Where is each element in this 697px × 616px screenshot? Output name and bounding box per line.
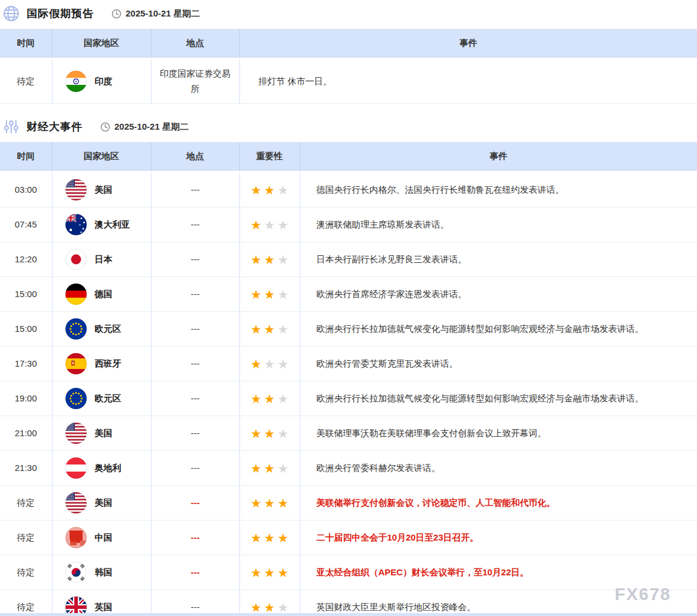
event-cell: 日本央行副行长冰见野良三发表讲话。	[300, 242, 697, 277]
table-row: 19:00欧元区---★★★欧洲央行行长拉加德就气候变化与能源转型如何影响宏观经…	[0, 381, 697, 416]
section-date-events: 2025-10-21 星期二	[114, 121, 189, 133]
table-row: 待定美国---★★★美联储举行支付创新会议，讨论稳定币、人工智能和代币化。	[0, 486, 697, 521]
flag-cn-icon	[65, 527, 87, 548]
events-table: 时间国家地区地点重要性事件 03:00美国---★★★德国央行行长内格尔、法国央…	[0, 142, 697, 616]
country-cell: 西班牙	[52, 347, 151, 381]
country-cell: 中国	[52, 521, 151, 555]
country-cell: 欧元区	[52, 381, 151, 416]
column-header: 地点	[151, 142, 239, 172]
time-cell: 21:30	[0, 451, 52, 486]
globe-icon	[3, 5, 19, 22]
event-cell: 欧洲央行行长拉加德就气候变化与能源转型如何影响宏观经济与金融市场发表讲话。	[300, 312, 697, 347]
star-icon: ★	[251, 288, 262, 301]
star-icon: ★	[264, 288, 275, 301]
location-cell: ---	[151, 207, 239, 242]
table-header-row: 时间国家地区地点事件	[0, 29, 697, 59]
event-cell: 英国财政大臣里夫斯举行地区投资峰会。	[300, 590, 697, 616]
star-icon: ★	[264, 218, 275, 232]
importance-cell: ★★★	[239, 451, 300, 486]
star-icon: ★	[277, 601, 288, 614]
country-name: 西班牙	[95, 356, 121, 371]
location-cell: ---	[151, 312, 239, 347]
event-cell: 美联储理事沃勒在美联储理事会支付创新会议上致开幕词。	[300, 416, 697, 451]
country-name: 德国	[95, 286, 113, 302]
holiday-section-header: 国际假期预告 2025-10-21 星期二	[0, 0, 697, 25]
column-header: 事件	[239, 29, 697, 59]
table-row: 07:45澳大利亚---★★★澳洲联储助理主席琼斯发表讲话。	[0, 207, 697, 242]
event-cell: 亚太经合组织（APEC）财长会议举行，至10月22日。	[300, 555, 697, 590]
event-cell: 排灯节 休市一日。	[239, 59, 697, 104]
column-header: 重要性	[239, 142, 300, 172]
star-icon: ★	[264, 392, 275, 406]
country-cell: 印度	[52, 59, 151, 104]
location-cell: ---	[151, 486, 239, 521]
flag-eu-icon	[65, 388, 87, 409]
location-cell: ---	[151, 416, 239, 451]
location-cell: ---	[151, 451, 239, 486]
star-icon: ★	[251, 322, 262, 336]
star-icon: ★	[264, 462, 275, 475]
event-cell: 欧洲央行管委科赫尔发表讲话。	[300, 451, 697, 486]
country-name: 日本	[95, 252, 113, 267]
importance-cell: ★★★	[239, 172, 300, 207]
country-name: 中国	[95, 530, 113, 545]
flag-jp-icon	[65, 249, 87, 270]
location-cell: ---	[151, 172, 239, 207]
star-icon: ★	[277, 427, 288, 440]
star-icon: ★	[264, 531, 275, 545]
time-cell: 21:00	[0, 416, 52, 451]
section-title-holiday: 国际假期预告	[27, 6, 94, 21]
table-row: 21:30奥地利---★★★欧洲央行管委科赫尔发表讲话。	[0, 451, 697, 486]
country-name: 印度	[95, 74, 113, 89]
importance-cell: ★★★	[239, 277, 300, 312]
country-cell: 英国	[52, 590, 151, 616]
time-cell: 15:00	[0, 277, 52, 312]
country-cell: 美国	[52, 172, 151, 207]
star-icon: ★	[277, 288, 288, 301]
time-cell: 15:00	[0, 312, 52, 347]
clock-icon	[100, 122, 110, 132]
star-icon: ★	[264, 357, 275, 371]
star-icon: ★	[264, 322, 275, 336]
star-icon: ★	[251, 392, 262, 406]
location-cell: ---	[151, 555, 239, 590]
importance-cell: ★★★	[239, 590, 300, 616]
location-cell: 印度国家证券交易所	[151, 59, 239, 104]
star-icon: ★	[277, 531, 288, 545]
time-cell: 19:00	[0, 381, 52, 416]
event-cell: 澳洲联储助理主席琼斯发表讲话。	[300, 207, 697, 242]
time-cell: 17:30	[0, 347, 52, 381]
location-cell: ---	[151, 381, 239, 416]
country-cell: 韩国	[52, 555, 151, 590]
country-cell: 欧元区	[52, 312, 151, 347]
table-row: 待定印度印度国家证券交易所排灯节 休市一日。	[0, 59, 697, 104]
country-cell: 德国	[52, 277, 151, 312]
country-cell: 美国	[52, 416, 151, 451]
star-icon: ★	[277, 392, 288, 406]
star-icon: ★	[251, 496, 262, 510]
event-cell: 德国央行行长内格尔、法国央行行长维勒鲁瓦在纽约发表讲话。	[300, 172, 697, 207]
star-icon: ★	[277, 566, 288, 579]
importance-cell: ★★★	[239, 381, 300, 416]
column-header: 国家地区	[52, 142, 151, 172]
star-icon: ★	[251, 357, 262, 371]
star-icon: ★	[251, 531, 262, 545]
section-date-holiday: 2025-10-21 星期二	[126, 8, 200, 19]
event-cell: 欧洲央行首席经济学家连恩发表讲话。	[300, 277, 697, 312]
table-row: 17:30西班牙---★★★欧洲央行管委艾斯克里瓦发表讲话。	[0, 347, 697, 381]
importance-cell: ★★★	[239, 416, 300, 451]
star-icon: ★	[264, 427, 275, 440]
country-name: 奥地利	[95, 460, 121, 476]
flag-au-icon	[65, 214, 87, 235]
country-cell: 澳大利亚	[52, 207, 151, 242]
flag-in-icon	[65, 71, 87, 92]
location-cell: ---	[151, 590, 239, 616]
column-header: 国家地区	[52, 29, 151, 59]
time-cell: 07:45	[0, 207, 52, 242]
clock-icon	[111, 9, 121, 19]
star-icon: ★	[277, 357, 288, 371]
country-cell: 奥地利	[52, 451, 151, 486]
time-cell: 待定	[0, 555, 52, 590]
table-header-row: 时间国家地区地点重要性事件	[0, 142, 697, 172]
star-icon: ★	[251, 427, 262, 440]
